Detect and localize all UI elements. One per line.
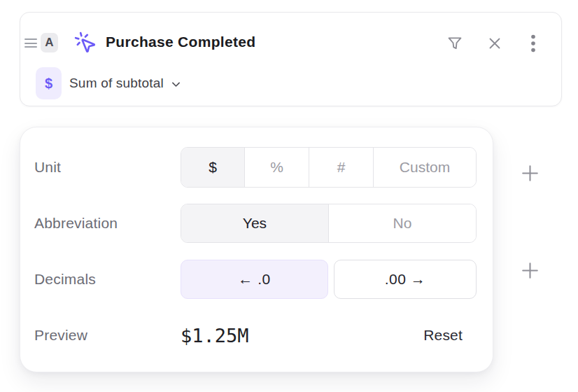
unit-option-number[interactable]: #	[309, 148, 373, 187]
unit-option-percent[interactable]: %	[244, 148, 309, 187]
event-card-actions	[445, 32, 540, 55]
event-card: A Purchase Completed	[20, 12, 562, 106]
plus-icon	[520, 260, 540, 281]
drag-handle-icon[interactable]	[24, 38, 37, 48]
chevron-down-icon	[170, 78, 182, 90]
decimals-increase-button[interactable]: .00 →	[334, 260, 477, 299]
currency-symbol: $	[45, 76, 52, 92]
add-button-top[interactable]	[520, 163, 540, 183]
preview-label: Preview	[34, 327, 87, 344]
more-options-icon[interactable]	[527, 34, 540, 53]
metric-row: $ Sum of subtotal	[36, 67, 182, 99]
decimals-decrease-button[interactable]: ← .0	[181, 260, 328, 299]
format-panel: Unit $ % # Custom Abbreviation Yes No De…	[20, 127, 493, 372]
plus-icon	[520, 163, 540, 183]
unit-segmented-control: $ % # Custom	[181, 147, 477, 188]
unit-option-custom[interactable]: Custom	[373, 148, 476, 187]
abbreviation-option-yes[interactable]: Yes	[181, 204, 328, 242]
unit-label: Unit	[34, 159, 61, 176]
currency-badge: $	[36, 67, 62, 99]
close-icon[interactable]	[485, 34, 505, 53]
event-title[interactable]: Purchase Completed	[106, 34, 255, 50]
abbreviation-label: Abbreviation	[34, 215, 118, 232]
mouse-pointer-click-icon	[72, 29, 98, 55]
abbreviation-option-no[interactable]: No	[328, 204, 476, 242]
reset-button[interactable]: Reset	[423, 327, 463, 344]
event-series-badge: A	[41, 33, 58, 52]
filter-icon[interactable]	[445, 34, 465, 53]
decimals-label: Decimals	[34, 271, 96, 288]
metric-format-screen: A Purchase Completed	[0, 0, 578, 392]
preview-value: $1.25M	[181, 325, 249, 346]
unit-option-dollar[interactable]: $	[181, 148, 244, 187]
abbreviation-segmented-control: Yes No	[181, 204, 477, 243]
metric-dropdown[interactable]: Sum of subtotal	[69, 76, 182, 91]
metric-dropdown-label: Sum of subtotal	[69, 76, 164, 91]
add-button-bottom[interactable]	[520, 260, 540, 281]
